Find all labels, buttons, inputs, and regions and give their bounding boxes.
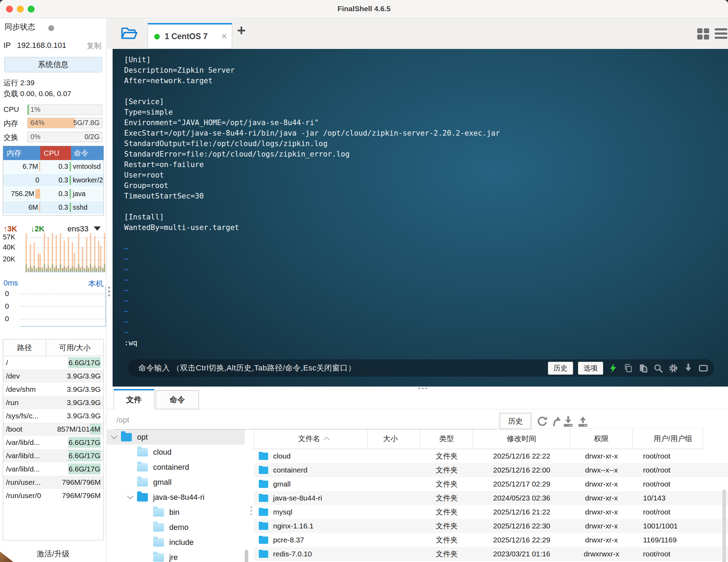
menu-hamburger-icon[interactable] bbox=[714, 28, 728, 40]
activate-upgrade-link[interactable]: 激活/升级 bbox=[0, 549, 106, 559]
file-table-header-1[interactable]: 大小 bbox=[368, 428, 420, 449]
copy-icon[interactable] bbox=[623, 363, 633, 373]
tree-item-label: include bbox=[169, 538, 194, 547]
disk-row[interactable]: /6.6G/17G bbox=[3, 356, 104, 369]
file-row-pcre-8.37[interactable]: pcre-8.37文件夹2025/12/16 22:29drwxr-xr-x11… bbox=[254, 533, 728, 547]
file-table-scrollbar[interactable] bbox=[722, 489, 726, 562]
path-history-button[interactable]: 历史 bbox=[500, 413, 531, 429]
lightning-icon[interactable] bbox=[608, 363, 618, 373]
command-input-bar[interactable]: 命令输入 （双击Ctrl切换,Alt历史,Tab路径/命令,Esc关闭窗口） 历… bbox=[128, 359, 714, 377]
new-tab-button[interactable]: + bbox=[237, 22, 246, 39]
open-connection-folder-icon[interactable] bbox=[120, 26, 138, 42]
file-table-header-4[interactable]: 权限 bbox=[570, 428, 633, 449]
memory-gauge: 内存64%5G/7.8G bbox=[0, 118, 106, 128]
file-name: nginx-1.16.1 bbox=[273, 522, 314, 530]
tab-files[interactable]: 文件 bbox=[114, 389, 154, 409]
disk-header-size[interactable]: 可用/大小 bbox=[46, 339, 104, 356]
disk-row[interactable]: /var/lib/d...6.6G/17G bbox=[3, 449, 104, 462]
system-info-button[interactable]: 系统信息 bbox=[4, 57, 102, 72]
paste-icon[interactable] bbox=[638, 363, 648, 373]
disk-row[interactable]: /run/user...796M/796M bbox=[3, 476, 104, 489]
tree-table-splitter-handle[interactable] bbox=[250, 506, 252, 508]
process-header-memory[interactable]: 内存 bbox=[3, 146, 40, 160]
upload-file-icon[interactable] bbox=[577, 416, 589, 427]
path-input[interactable]: /opt bbox=[114, 412, 497, 430]
disk-row[interactable]: /var/lib/d...6.6G/17G bbox=[3, 436, 104, 449]
process-row[interactable]: 6.7M0.3vmtoolsd bbox=[3, 160, 104, 174]
folder-icon bbox=[259, 495, 268, 502]
command-bar-controls: 历史 选项 bbox=[548, 362, 708, 375]
tree-item-java-se-8u44-ri[interactable]: java-se-8u44-ri bbox=[107, 490, 245, 505]
file-table-header-3[interactable]: 修改时间 bbox=[473, 428, 570, 449]
process-row[interactable]: 6M0.3sshd bbox=[3, 201, 104, 215]
tree-item-gmall[interactable]: gmall bbox=[107, 475, 245, 490]
ip-label: IP bbox=[3, 41, 11, 50]
download-file-icon[interactable] bbox=[562, 416, 574, 427]
download-arrow-icon[interactable] bbox=[683, 363, 693, 373]
chevron-down-icon[interactable] bbox=[111, 433, 117, 439]
disk-row[interactable]: /dev/shm3.9G/3.9G bbox=[3, 383, 104, 396]
tree-item-opt[interactable]: opt bbox=[107, 430, 245, 445]
settings-gear-icon[interactable] bbox=[668, 363, 678, 373]
disk-row[interactable]: /var/lib/d...6.6G/17G bbox=[3, 462, 104, 476]
file-row-gmall[interactable]: gmall文件夹2025/12/17 02:29drwxr-xr-xroot/r… bbox=[254, 477, 728, 491]
tree-item-cloud[interactable]: cloud bbox=[107, 445, 245, 460]
file-row-cloud[interactable]: cloud文件夹2025/12/16 22:22drwxr-xr-xroot/r… bbox=[254, 449, 728, 463]
disk-row[interactable]: /run3.9G/3.9G bbox=[3, 396, 104, 409]
chevron-down-icon[interactable] bbox=[127, 493, 133, 499]
fullscreen-monitor-icon[interactable] bbox=[698, 363, 708, 373]
window-title: FinalShell 4.6.5 bbox=[0, 5, 728, 13]
tab-close-icon[interactable]: × bbox=[221, 32, 227, 41]
tab-commands[interactable]: 命令 bbox=[156, 390, 199, 409]
disk-row[interactable]: /run/user/0796M/796M bbox=[3, 489, 104, 502]
disk-row[interactable]: /sys/fs/c...3.9G/3.9G bbox=[3, 409, 104, 423]
refresh-icon[interactable] bbox=[536, 416, 548, 427]
file-row-redis-7.0.10[interactable]: redis-7.0.10文件夹2023/03/21 01:16drwxrwxr-… bbox=[254, 547, 728, 561]
net-axis-tick: 20K bbox=[3, 255, 23, 263]
disk-table-header[interactable]: 路径 可用/大小 bbox=[3, 339, 104, 356]
search-icon[interactable] bbox=[653, 363, 663, 373]
tree-item-containerd[interactable]: containerd bbox=[107, 460, 245, 475]
tree-scrollbar[interactable] bbox=[245, 550, 248, 562]
options-button[interactable]: 选项 bbox=[578, 362, 603, 375]
folder-icon bbox=[153, 553, 164, 562]
sync-status-label: 同步状态 bbox=[5, 22, 35, 32]
file-row-java-se-8u44-ri[interactable]: java-se-8u44-ri文件夹2024/05/23 02:36drwxr-… bbox=[254, 491, 728, 505]
disk-row[interactable]: /dev3.9G/3.9G bbox=[3, 369, 104, 383]
swap-gauge: 交换0%0/2G bbox=[0, 132, 106, 142]
parent-directory-icon[interactable] bbox=[551, 416, 563, 427]
process-row[interactable]: 756.2M0.3java bbox=[3, 187, 104, 201]
file-name: containerd bbox=[273, 466, 307, 474]
process-header-cpu[interactable]: CPU bbox=[40, 146, 71, 160]
session-tab-bar: 1 CentOS 7 × + bbox=[107, 19, 728, 49]
file-row-nginx-1.16.1[interactable]: nginx-1.16.1文件夹2025/12/16 22:30drwxr-xr-… bbox=[254, 519, 728, 533]
process-row[interactable]: 00.3kworker/2 bbox=[3, 174, 104, 187]
process-header-command[interactable]: 命令 bbox=[71, 146, 104, 160]
title-bar: FinalShell 4.6.5 bbox=[0, 0, 728, 18]
file-table-header-0[interactable]: 文件名 bbox=[254, 428, 368, 449]
disk-row[interactable]: /boot857M/1014M bbox=[3, 423, 104, 436]
file-table-header-2[interactable]: 类型 bbox=[420, 428, 473, 449]
tree-item-bin[interactable]: bin bbox=[107, 505, 245, 520]
process-table-header[interactable]: 内存 CPU 命令 bbox=[3, 146, 104, 160]
gauge-detail: 5G/7.8G bbox=[73, 119, 100, 127]
tree-item-jre[interactable]: jre bbox=[107, 550, 245, 562]
disk-header-path[interactable]: 路径 bbox=[3, 339, 46, 356]
file-row-mysql[interactable]: mysql文件夹2025/12/16 21:22drwxr-xr-xroot/r… bbox=[254, 505, 728, 519]
folder-icon bbox=[137, 448, 148, 456]
tree-item-label: demo bbox=[169, 523, 188, 532]
process-table-body: 6.7M0.3vmtoolsd00.3kworker/2756.2M0.3jav… bbox=[3, 160, 104, 215]
terminal[interactable]: [Unit]Description=Zipkin ServerAfter=net… bbox=[113, 49, 728, 387]
tab-centos7[interactable]: 1 CentOS 7 × bbox=[148, 23, 232, 49]
file-table-header-5[interactable]: 用户/用户组 bbox=[633, 428, 703, 449]
tree-item-include[interactable]: include bbox=[107, 535, 245, 550]
copy-ip-button[interactable]: 复制 bbox=[87, 41, 101, 51]
history-button[interactable]: 历史 bbox=[548, 362, 573, 375]
up-arrow-icon: ↑ bbox=[3, 224, 7, 233]
tree-item-label: opt bbox=[137, 433, 148, 442]
tree-item-demo[interactable]: demo bbox=[107, 520, 245, 535]
layout-grid-icon[interactable] bbox=[697, 27, 711, 41]
file-row-containerd[interactable]: containerd文件夹2025/12/16 22:00drwx--x--xr… bbox=[254, 463, 728, 477]
gauge-percent: 1% bbox=[30, 106, 41, 114]
gauge-percent: 64% bbox=[30, 119, 44, 127]
